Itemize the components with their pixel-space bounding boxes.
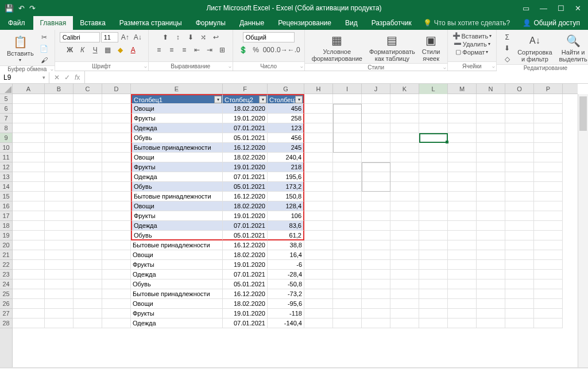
font-color-icon[interactable]: А (127, 45, 139, 55)
save-icon[interactable]: 💾 (5, 4, 14, 13)
align-bottom-icon[interactable]: ⬇ (185, 32, 196, 42)
column-headers[interactable]: ABCDEFGHIJKLMNOP (13, 84, 578, 94)
group-align: ⬆↕⬇ ⤭ ↩ ≡≡≡ ⇤⇥ ⊞ Выравнивание (149, 30, 233, 71)
font-size-select[interactable] (101, 32, 118, 42)
number-format-select[interactable] (243, 32, 295, 42)
tab-review[interactable]: Рецензирование (271, 16, 338, 30)
grow-font-icon[interactable]: A↑ (119, 32, 131, 42)
tab-formulas[interactable]: Формулы (189, 16, 233, 30)
align-middle-icon[interactable]: ↕ (172, 32, 184, 42)
close-icon[interactable]: ✕ (575, 4, 581, 13)
sort-filter-button[interactable]: A↓Сортировка и фильтр (515, 33, 554, 64)
group-clipboard: 📋Вставить▾ ✂📄🖌 Буфер обмена (0, 30, 55, 71)
shrink-font-icon[interactable]: A↓ (132, 32, 144, 42)
align-left-icon[interactable]: ≡ (153, 45, 165, 55)
maximize-icon[interactable]: ☐ (558, 4, 564, 13)
dec-decimal-icon[interactable]: ←.0 (288, 45, 300, 55)
autosum-icon[interactable]: Σ (501, 32, 513, 42)
minimize-icon[interactable]: — (540, 4, 547, 13)
format-table-button[interactable]: ▤Форматировать как таблицу (367, 32, 417, 63)
cancel-formula-icon[interactable]: ✕ (54, 73, 60, 81)
group-cells: ➕Вставить▾ ➖Удалить▾ ▢Формат▾ Ячейки (448, 30, 497, 71)
find-select-button[interactable]: 🔍Найти и выделить (557, 33, 588, 64)
comma-icon[interactable]: 000 (263, 45, 274, 55)
share-button[interactable]: 👤Общий доступ (523, 16, 588, 30)
tab-layout[interactable]: Разметка страницы (113, 16, 189, 30)
enter-formula-icon[interactable]: ✓ (64, 73, 70, 81)
group-font: A↑ A↓ Ж К Ч ▦ ◆ А Шрифт (55, 30, 149, 71)
tab-view[interactable]: Вид (338, 16, 365, 30)
clear-icon[interactable]: ◇ (501, 54, 513, 64)
percent-icon[interactable]: % (250, 45, 262, 55)
name-box[interactable]: L9▾ (0, 71, 49, 83)
currency-icon[interactable]: 💲 (238, 45, 249, 55)
window-title: Лист Microsoft Excel - Excel (Сбой актив… (206, 4, 381, 12)
group-styles: ▦Условное форматирование ▤Форматировать … (305, 30, 448, 71)
cut-icon[interactable]: ✂ (38, 32, 50, 42)
delete-cells-button[interactable]: ➖Удалить▾ (454, 40, 490, 48)
align-top-icon[interactable]: ⬆ (160, 32, 171, 42)
indent-inc-icon[interactable]: ⇥ (204, 45, 215, 55)
format-painter-icon[interactable]: 🖌 (38, 55, 50, 65)
fill-color-icon[interactable]: ◆ (115, 45, 126, 55)
tab-data[interactable]: Данные (233, 16, 271, 30)
title-bar: 💾 ↶ ↷ Лист Microsoft Excel - Excel (Сбой… (0, 0, 588, 16)
tab-developer[interactable]: Разработчик (365, 16, 419, 30)
paste-button[interactable]: 📋Вставить▾ (5, 34, 36, 64)
inc-decimal-icon[interactable]: .0→ (276, 45, 287, 55)
wrap-text-icon[interactable]: ↩ (210, 32, 222, 42)
cell-styles-button[interactable]: ▣Стили ячеек (420, 32, 443, 63)
fill-icon[interactable]: ⬇ (501, 43, 513, 53)
underline-icon[interactable]: Ч (90, 45, 101, 55)
tab-file[interactable]: Файл (0, 16, 33, 30)
format-cells-button[interactable]: ▢Формат▾ (455, 48, 488, 56)
font-name-select[interactable] (60, 32, 100, 42)
ribbon: 📋Вставить▾ ✂📄🖌 Буфер обмена A↑ A↓ Ж К Ч … (0, 30, 588, 71)
italic-icon[interactable]: К (77, 45, 88, 55)
bold-icon[interactable]: Ж (64, 45, 76, 55)
select-all-corner[interactable] (0, 84, 13, 94)
group-edit: Σ ⬇ ◇ A↓Сортировка и фильтр 🔍Найти и выд… (497, 30, 588, 71)
fx-icon[interactable]: fx (75, 73, 80, 81)
border-icon[interactable]: ▦ (102, 45, 114, 55)
copy-icon[interactable]: 📄 (38, 44, 50, 54)
redo-icon[interactable]: ↷ (29, 4, 36, 13)
cond-format-button[interactable]: ▦Условное форматирование (310, 32, 365, 63)
filter-icon[interactable]: ▾ (214, 96, 222, 103)
ribbon-tabs: Файл Главная Вставка Разметка страницы Ф… (0, 16, 588, 30)
align-center-icon[interactable]: ≡ (166, 45, 177, 55)
tab-insert[interactable]: Вставка (73, 16, 113, 30)
formula-bar: L9▾ ✕✓fx (0, 71, 588, 84)
filter-icon[interactable]: ▾ (259, 96, 266, 103)
formula-input[interactable] (85, 71, 588, 83)
group-number: 💲 % 000 .0→ ←.0 Число (233, 30, 305, 71)
vertical-scrollbar[interactable] (578, 94, 588, 367)
row-headers[interactable]: 5678910111213141516171819202122232425262… (0, 94, 13, 367)
orientation-icon[interactable]: ⤭ (198, 32, 209, 42)
tell-me[interactable]: 💡Что вы хотите сделать? (423, 16, 510, 30)
spreadsheet-grid[interactable]: ABCDEFGHIJKLMNOP 56789101112131415161718… (0, 84, 588, 367)
merge-icon[interactable]: ⊞ (216, 45, 228, 55)
tab-home[interactable]: Главная (33, 16, 74, 30)
undo-icon[interactable]: ↶ (18, 4, 25, 13)
indent-dec-icon[interactable]: ⇤ (191, 45, 203, 55)
filter-icon[interactable]: ▾ (295, 96, 303, 103)
insert-cells-button[interactable]: ➕Вставить▾ (452, 32, 492, 40)
align-right-icon[interactable]: ≡ (179, 45, 190, 55)
ribbon-options-icon[interactable]: ▭ (523, 4, 529, 13)
